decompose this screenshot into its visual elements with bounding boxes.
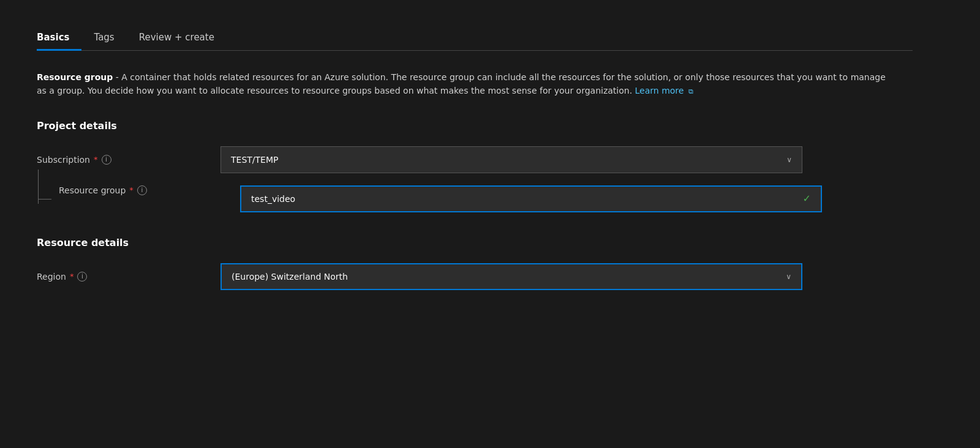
resource-group-connector-area: Resource group * i test_video ✓	[37, 185, 913, 212]
region-input-wrap: (Europe) Switzerland North ∨	[221, 263, 802, 290]
region-select[interactable]: (Europe) Switzerland North ∨	[221, 263, 802, 290]
tabs-bar: Basics Tags Review + create	[37, 24, 913, 51]
connector-lines	[37, 185, 54, 212]
subscription-row: Subscription * i TEST/TEMP ∨	[37, 146, 913, 173]
resource-group-value: test_video	[251, 194, 295, 204]
connector-horizontal-line	[38, 199, 51, 200]
page-container: Basics Tags Review + create Resource gro…	[0, 0, 949, 339]
resource-group-checkmark-icon: ✓	[803, 193, 811, 204]
subscription-label-wrap: Subscription * i	[37, 155, 221, 165]
subscription-info-icon[interactable]: i	[102, 155, 111, 165]
subscription-chevron-icon: ∨	[786, 155, 792, 164]
subscription-input-wrap: TEST/TEMP ∨	[221, 146, 802, 173]
subscription-label: Subscription	[37, 155, 90, 165]
resource-group-input-wrap: test_video ✓	[240, 185, 822, 212]
resource-group-label: Resource group	[59, 185, 126, 195]
resource-group-label-area: Resource group * i	[37, 185, 240, 212]
resource-group-label-wrap: Resource group * i	[56, 185, 240, 195]
region-info-icon[interactable]: i	[77, 272, 87, 282]
region-row: Region * i (Europe) Switzerland North ∨	[37, 263, 913, 290]
resource-group-info-icon[interactable]: i	[137, 185, 147, 195]
region-label: Region	[37, 272, 66, 282]
subscription-select[interactable]: TEST/TEMP ∨	[221, 146, 802, 173]
project-details-title: Project details	[37, 120, 913, 132]
tab-basics[interactable]: Basics	[37, 24, 81, 50]
region-value: (Europe) Switzerland North	[232, 272, 348, 282]
subscription-value: TEST/TEMP	[231, 155, 278, 165]
resource-details-section: Resource details Region * i (Europe) Swi…	[37, 237, 913, 290]
external-link-icon: ⧉	[688, 86, 693, 97]
learn-more-link[interactable]: Learn more ⧉	[635, 86, 693, 95]
resource-group-select[interactable]: test_video ✓	[240, 185, 822, 212]
region-chevron-icon: ∨	[786, 272, 791, 281]
tab-review-create[interactable]: Review + create	[127, 24, 227, 50]
resource-details-title: Resource details	[37, 237, 913, 248]
resource-group-description: Resource group - A container that holds …	[37, 70, 894, 98]
subscription-required-star: *	[94, 155, 98, 164]
region-required-star: *	[70, 272, 74, 281]
resource-group-required-star: *	[129, 185, 134, 195]
region-label-wrap: Region * i	[37, 272, 221, 282]
tab-tags[interactable]: Tags	[81, 24, 126, 50]
description-bold: Resource group	[37, 72, 113, 82]
project-details-section: Project details Subscription * i TEST/TE…	[37, 120, 913, 212]
